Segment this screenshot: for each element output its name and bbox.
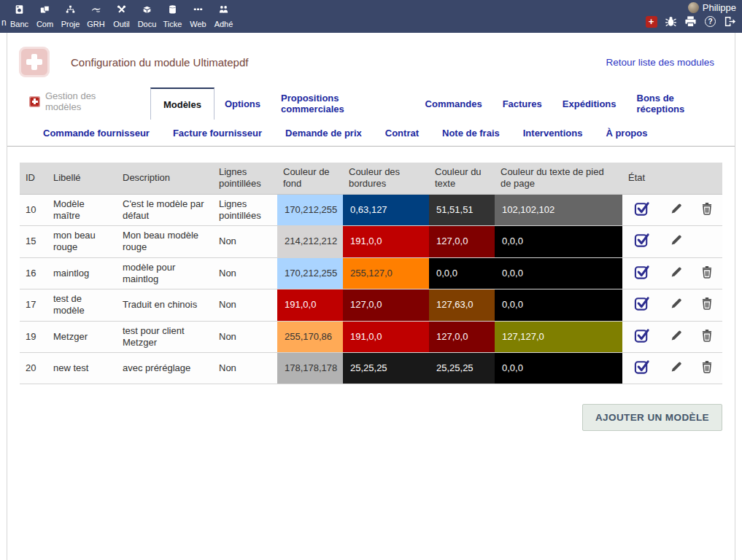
cell-edit	[661, 321, 692, 353]
tabs-group-label: Gestion des modèles	[29, 88, 134, 120]
cell-etat	[622, 353, 661, 384]
cell-description: test pour client Metzger	[117, 321, 213, 353]
tab-options[interactable]: Options	[215, 88, 271, 120]
menu-item-label: Docu	[134, 20, 160, 28]
tab-modeles[interactable]: Modèles	[150, 88, 215, 120]
cell-libelle: Modèle maître	[47, 194, 117, 226]
cell-delete	[692, 353, 722, 384]
main-menu: n Banc Com Proje GRH Outil Docu Ticke	[0, 0, 236, 33]
add-model-button[interactable]: AJOUTER UN MODÈLE	[582, 404, 722, 431]
cell-couleur-fond: 255,170,86	[277, 321, 343, 353]
hrm-icon	[90, 4, 101, 17]
tab-commande-fournisseur[interactable]: Commande fournisseur	[31, 120, 161, 146]
tab-note-de-frais[interactable]: Note de frais	[430, 120, 511, 146]
page-header: Configuration du module Ultimatepdf Reto…	[7, 33, 735, 88]
menu-item-label: Ticke	[160, 20, 185, 28]
cell-delete	[692, 194, 722, 226]
cell-couleur-fond: 170,212,255	[277, 194, 343, 226]
header-description: Description	[117, 163, 213, 194]
cell-id: 17	[20, 289, 47, 322]
edit-pencil-icon[interactable]	[670, 297, 683, 310]
cell-id: 15	[20, 226, 47, 258]
printer-icon[interactable]	[684, 15, 697, 28]
models-table: ID Libellé Description Lignes pointillée…	[20, 163, 722, 384]
cell-couleur-fond: 178,178,178	[277, 353, 343, 384]
menu-item-label: Com	[32, 20, 58, 28]
etat-checkbox[interactable]	[634, 295, 650, 311]
edit-pencil-icon[interactable]	[670, 202, 683, 215]
cell-libelle: new test	[47, 353, 117, 384]
cell-couleur-pied-de-page: 0,0,0	[495, 226, 622, 258]
cell-edit	[661, 194, 692, 226]
tab-demande-de-prix[interactable]: Demande de prix	[274, 120, 374, 146]
menu-item-label: Adhé	[211, 20, 236, 28]
tab-commandes[interactable]: Commandes	[415, 88, 492, 120]
documents-icon	[142, 4, 152, 17]
delete-trash-icon[interactable]	[700, 265, 714, 279]
menu-item-label: Web	[185, 20, 211, 28]
edit-pencil-icon[interactable]	[670, 265, 683, 279]
edit-pencil-icon[interactable]	[670, 360, 683, 373]
menu-item-label: Banc	[7, 20, 32, 28]
cell-lignes-pointillees: Non	[213, 257, 277, 289]
cell-lignes-pointillees: Non	[213, 321, 277, 353]
cell-edit	[661, 353, 692, 384]
cell-couleur-bordures: 127,0,0	[343, 289, 429, 322]
menu-item-web[interactable]: Web	[185, 0, 211, 28]
header-lignes-pointillees: Lignes pointillées	[213, 163, 277, 194]
cell-couleur-bordures: 191,0,0	[343, 226, 429, 258]
back-to-modules-link[interactable]: Retour liste des modules	[606, 57, 714, 68]
tab-bons-de-receptions[interactable]: Bons de réceptions	[627, 88, 735, 120]
tab-interventions[interactable]: Interventions	[511, 120, 595, 146]
tab-facture-fournisseur[interactable]: Facture fournisseur	[161, 120, 274, 146]
tab-factures[interactable]: Factures	[492, 88, 552, 120]
menu-item-adherents[interactable]: Adhé	[211, 0, 236, 28]
edit-pencil-icon[interactable]	[670, 233, 683, 246]
bug-icon[interactable]	[665, 15, 677, 28]
etat-checkbox[interactable]	[634, 264, 650, 280]
menu-item-outils[interactable]: Outil	[109, 0, 134, 28]
members-icon	[218, 4, 229, 17]
help-icon[interactable]: ?	[704, 15, 716, 28]
tab-contrat[interactable]: Contrat	[374, 120, 430, 146]
etat-checkbox[interactable]	[634, 359, 650, 375]
cell-id: 19	[20, 321, 47, 353]
tabs-row-2: Commande fournisseur Facture fournisseur…	[7, 120, 735, 147]
menu-item-grh[interactable]: GRH	[83, 0, 109, 28]
tab-expeditions[interactable]: Expéditions	[552, 88, 627, 120]
cell-libelle: Metzger	[47, 321, 117, 353]
cell-lignes-pointillees: Non	[213, 226, 277, 258]
actions-bar: AJOUTER UN MODÈLE	[20, 404, 722, 431]
menu-item-documents[interactable]: Docu	[134, 0, 160, 28]
table-header-row: ID Libellé Description Lignes pointillée…	[20, 163, 722, 194]
tab-propositions-commerciales[interactable]: Propositions commerciales	[271, 88, 415, 120]
cell-lignes-pointillees: Lignes pointillées	[213, 194, 277, 226]
ultimatepdf-quickadd-icon[interactable]: +	[645, 15, 657, 28]
cell-couleur-bordures: 255,127,0	[343, 257, 429, 289]
tab-a-propos[interactable]: À propos	[594, 120, 659, 146]
menu-item-tickets[interactable]: Ticke	[160, 0, 185, 28]
cell-libelle: maintlog	[47, 257, 117, 289]
etat-checkbox[interactable]	[634, 327, 650, 343]
menu-item-projets[interactable]: Proje	[58, 0, 83, 28]
cell-couleur-pied-de-page: 0,0,0	[495, 289, 622, 322]
delete-trash-icon[interactable]	[700, 360, 714, 373]
cell-description: Traduit en chinois	[117, 289, 213, 322]
etat-checkbox[interactable]	[634, 232, 650, 248]
cell-couleur-pied-de-page: 102,102,102	[495, 194, 622, 226]
cell-couleur-texte: 0,0,0	[429, 257, 495, 289]
cell-etat	[622, 257, 661, 289]
etat-checkbox[interactable]	[634, 201, 650, 217]
edit-pencil-icon[interactable]	[670, 329, 683, 342]
table-row: 10Modèle maîtreC'est le modèle par défau…	[20, 194, 722, 226]
header-etat: État	[622, 163, 661, 194]
header-couleur-fond: Couleur de fond	[277, 163, 343, 194]
user-menu[interactable]: Philippe	[645, 2, 736, 13]
menu-item-banque[interactable]: Banc	[7, 0, 32, 28]
logout-icon[interactable]	[724, 15, 736, 28]
delete-trash-icon[interactable]	[700, 297, 714, 310]
delete-trash-icon[interactable]	[700, 329, 714, 342]
delete-trash-icon[interactable]	[700, 202, 714, 215]
tools-icon	[116, 4, 127, 17]
menu-item-commerce[interactable]: Com	[32, 0, 58, 28]
